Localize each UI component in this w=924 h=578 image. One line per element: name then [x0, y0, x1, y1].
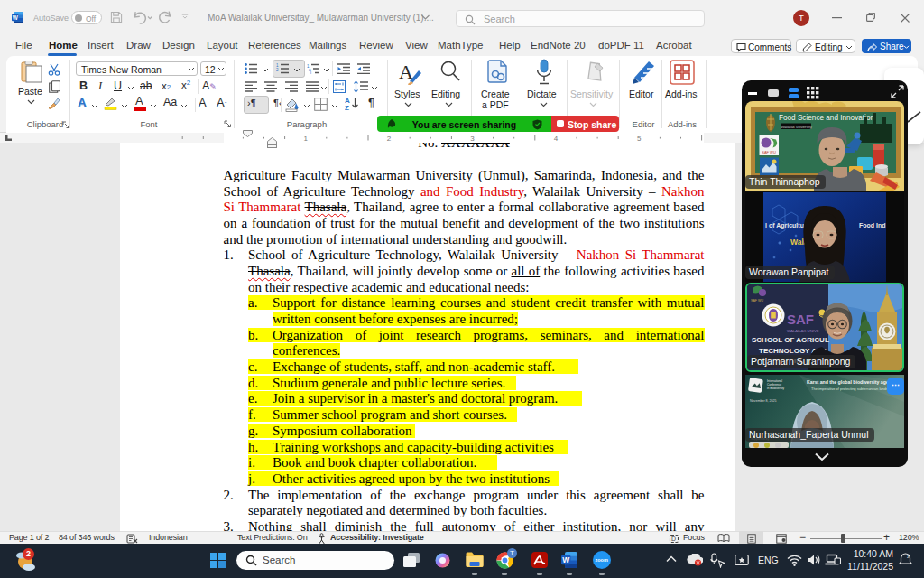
- svg-text:i: i: [310, 70, 311, 74]
- svg-text:WALAILAK UNIVE: WALAILAK UNIVE: [787, 329, 819, 333]
- svg-text:The imperative of protecting s: The imperative of protecting subterranea…: [811, 386, 890, 390]
- svg-text:2: 2: [276, 68, 279, 72]
- svg-text:SAF: SAF: [787, 312, 814, 327]
- svg-text:z: z: [907, 554, 910, 559]
- svg-text:W: W: [562, 555, 570, 564]
- svg-text:5: 5: [637, 135, 642, 143]
- svg-text:4: 4: [554, 135, 559, 143]
- svg-text:SCHOOL OF AGRICUL: SCHOOL OF AGRICUL: [752, 336, 829, 344]
- svg-text:1: 1: [303, 135, 308, 143]
- svg-text:Food Science and Innovation: Food Science and Innovation: [779, 114, 875, 122]
- svg-text:D: D: [671, 536, 676, 542]
- svg-text:in Biodiversity: in Biodiversity: [767, 387, 785, 390]
- svg-text:Food Ind: Food Ind: [859, 222, 886, 228]
- svg-text:3: 3: [470, 135, 475, 143]
- svg-text:Karst and the global biodivers: Karst and the global biodiversity agen: [807, 379, 892, 385]
- svg-text:Walailak university: Walailak university: [781, 124, 812, 128]
- svg-text:2: 2: [387, 135, 392, 143]
- svg-text:November 8, 2025: November 8, 2025: [750, 399, 777, 403]
- svg-text:Z: Z: [345, 104, 349, 111]
- svg-text:SAF WU: SAF WU: [751, 299, 763, 303]
- svg-text:W: W: [13, 14, 19, 20]
- svg-text:l of Agricultur: l of Agricultur: [765, 222, 807, 229]
- svg-text:SAF WU: SAF WU: [762, 149, 776, 154]
